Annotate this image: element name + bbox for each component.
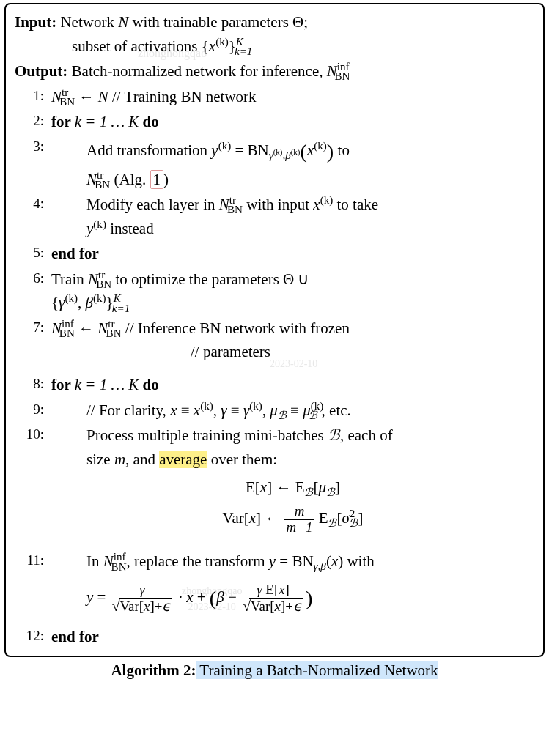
E: E xyxy=(246,478,255,496)
output-label: Output: xyxy=(15,62,67,80)
sub: BN xyxy=(227,204,243,215)
math-x: x xyxy=(194,401,200,419)
minus: − xyxy=(224,588,240,606)
sub: BN xyxy=(111,561,127,573)
text: with trainable parameters Θ; xyxy=(128,13,308,31)
text: with xyxy=(343,552,375,570)
math-g: γ xyxy=(243,401,249,419)
text: to optimize the parameters Θ ∪ xyxy=(111,270,309,288)
text: over them: xyxy=(207,451,277,468)
algorithm-box: zhonghongqao 2023-02-10 zhonghongqao2023… xyxy=(4,3,545,657)
text: size xyxy=(86,451,114,468)
text: to xyxy=(334,141,350,158)
math-x: x xyxy=(209,37,215,55)
sub: BN xyxy=(59,96,75,108)
plus: + xyxy=(194,588,210,606)
sup: (k) xyxy=(314,139,327,151)
math-y: y xyxy=(269,552,276,570)
step-12: end for xyxy=(15,625,534,649)
equation-var: Var[x] ← mm−1 Eℬ[σ2ℬ] xyxy=(51,504,534,536)
E: E xyxy=(319,509,328,527)
text: Add transformation xyxy=(86,141,211,158)
equation-mean: E[x] ← Eℬ[μℬ] xyxy=(51,475,534,500)
Var: Var xyxy=(223,509,244,527)
math-g: γ xyxy=(221,401,226,419)
fraction: mm−1 xyxy=(284,504,315,536)
step-10: Process multiple training mini-batches ℬ… xyxy=(15,423,534,548)
math-mu: μ xyxy=(270,401,278,419)
BN: BN xyxy=(292,552,313,570)
loop-cond: k = 1 … K xyxy=(75,113,139,130)
text: Batch-normalized network for inference, xyxy=(72,62,327,80)
comma: , xyxy=(78,294,86,311)
brace: { xyxy=(51,294,59,311)
math-x: x xyxy=(313,196,320,213)
fraction: γ E[x] √Var[x]+ϵ xyxy=(240,582,306,615)
sub: BN xyxy=(95,179,110,190)
sup: (k) xyxy=(249,400,262,412)
math-y: y xyxy=(86,588,93,606)
input-label: Input: xyxy=(15,13,56,31)
arrow: ← xyxy=(261,509,284,527)
text: Network xyxy=(60,13,118,31)
equiv: ≡ xyxy=(287,401,303,419)
math-beta: β xyxy=(216,588,224,606)
endfor-kw: end for xyxy=(51,245,99,262)
sup: (k) xyxy=(93,218,106,230)
math-N: N xyxy=(98,88,108,105)
math-x: x xyxy=(307,141,314,158)
E: E xyxy=(295,478,305,496)
for-kw: for xyxy=(51,376,75,393)
comment: // Inference BN network with frozen xyxy=(125,319,350,337)
do-kw: do xyxy=(139,113,158,130)
comment: // Training BN network xyxy=(112,88,257,105)
sup: (k) xyxy=(93,292,106,304)
equiv: ≡ xyxy=(177,401,193,419)
sub: γ,β xyxy=(314,561,326,573)
sup: (k) xyxy=(215,36,229,48)
eq: = xyxy=(276,552,292,570)
sup: (k) xyxy=(218,139,232,151)
input-block: Input: Network N with trainable paramete… xyxy=(15,10,534,58)
arrow: ← xyxy=(272,478,295,496)
sub: ℬ xyxy=(278,410,287,421)
math-y: y xyxy=(211,141,218,158)
BN: BN xyxy=(248,141,269,158)
loop-cond: k = 1 … K xyxy=(75,376,139,393)
dot: · xyxy=(179,588,187,606)
math-m: m xyxy=(114,451,125,468)
text: // For clarity, xyxy=(86,401,170,419)
watermark: zhonghongqao xyxy=(138,45,207,63)
step-4: Modify each layer in NtrBN with input x(… xyxy=(15,193,534,240)
sub: BN xyxy=(59,327,75,339)
eq: = xyxy=(231,141,247,158)
step-2: for k = 1 … K do xyxy=(15,110,534,134)
caption-label: Algorithm 2: xyxy=(111,662,196,679)
sub: k=1 xyxy=(112,303,130,314)
step-11: In NinfBN, replace the transform y = BNγ… xyxy=(15,549,534,623)
math-x: x xyxy=(186,588,193,606)
step-7: NinfBN ← NtrBN // Inference BN network w… xyxy=(15,316,534,371)
caption-title: Training a Batch-Normalized Network xyxy=(196,662,438,679)
fraction: γ √Var[x]+ϵ xyxy=(110,582,175,615)
text: Modify each layer in xyxy=(86,196,219,213)
sub: BN xyxy=(96,278,111,290)
sub: BN xyxy=(106,327,122,339)
text: (Alg. xyxy=(110,171,150,188)
step-1: NtrBN ← N // Training BN network xyxy=(15,85,534,109)
sub: BN xyxy=(335,70,350,82)
output-block: Output: Batch-normalized network for inf… xyxy=(15,59,534,84)
alg-ref[interactable]: 1 xyxy=(150,170,164,189)
sup: (k) xyxy=(65,292,78,304)
text: , each of xyxy=(340,426,393,444)
step-8: for k = 1 … K do xyxy=(15,373,534,397)
sup: (k) xyxy=(320,194,334,206)
eq: = xyxy=(93,588,109,606)
sub: ℬ xyxy=(309,410,317,421)
text: to take xyxy=(333,196,378,213)
text: ) xyxy=(163,171,169,188)
math-N: N xyxy=(118,13,128,31)
math-y: y xyxy=(86,220,93,237)
step-9: // For clarity, x ≡ x(k), γ ≡ γ(k), μℬ ≡… xyxy=(15,399,534,423)
for-kw: for xyxy=(51,113,75,130)
